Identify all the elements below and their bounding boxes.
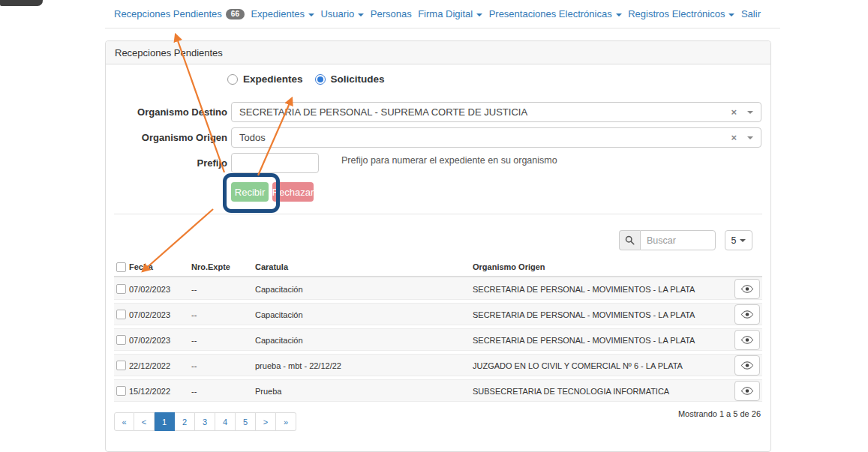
cell-fecha: 15/12/2022 [129,387,170,396]
nav-item-label: Expedientes [251,8,305,19]
type-radio-group: Expedientes Solicitudes [227,73,385,85]
cell-caratula: Capacitación [255,310,303,319]
panel-header: Recepciones Pendientes [106,41,770,64]
cell-nro-expte: -- [191,285,197,294]
header-caratula: Caratula [255,262,288,271]
cell-organismo-origen: SECRETARIA DE PERSONAL - MOVIMIENTOS - L… [473,336,695,345]
nav-item-firma-digital[interactable]: Firma Digital [418,8,482,19]
eye-icon [741,285,753,293]
chevron-down-icon [747,136,753,139]
page-2-button[interactable]: 2 [175,412,195,431]
panel-body: Expedientes Solicitudes Organismo Destin… [106,64,770,452]
recepciones-panel: Recepciones Pendientes Expedientes Solic… [105,40,771,452]
chevron-down-icon [308,13,314,16]
clear-icon[interactable]: × [731,133,737,142]
nav-item-usuario[interactable]: Usuario [320,8,364,19]
nav-item-expedientes[interactable]: Expedientes [251,8,314,19]
nav-item-label: Registros Electrónicos [628,8,725,19]
cell-nro-expte: -- [191,310,197,319]
page-3-button[interactable]: 3 [195,412,215,431]
nav-item-salir[interactable]: Salir [741,8,761,19]
cell-nro-expte: -- [191,387,197,396]
destino-select[interactable]: SECRETARIA DE PERSONAL - SUPREMA CORTE D… [231,102,761,122]
cell-fecha: 07/02/2023 [129,336,170,345]
row-checkbox[interactable] [116,310,126,319]
browser-tab-fragment [0,0,43,6]
page-first-button[interactable]: « [114,412,134,431]
chevron-down-icon [358,13,364,16]
cell-caratula: Prueba [255,387,281,396]
row-checkbox[interactable] [116,335,126,345]
chevron-down-icon [740,239,746,242]
radio-option-solicitudes[interactable]: Solicitudes [315,73,385,85]
page-prev-button[interactable]: < [134,412,155,431]
search-group [619,230,716,250]
radio-label: Solicitudes [331,73,385,85]
cell-organismo-origen: SECRETARIA DE PERSONAL - MOVIMIENTOS - L… [473,310,695,319]
radio-unchecked-icon[interactable] [227,74,238,85]
view-button[interactable] [734,304,760,325]
nav-item-registros-electronicos[interactable]: Registros Electrónicos [628,8,734,19]
row-checkbox[interactable] [116,361,126,370]
table-row: 22/12/2022 -- prueba - mbt - 22/12/22 JU… [114,354,762,376]
page-4-button[interactable]: 4 [215,412,236,431]
header-nro-expte: Nro.Expte [191,262,230,271]
header-fecha: Fecha [129,262,153,271]
prefijo-label: Prefijo [106,157,227,169]
view-button[interactable] [734,381,760,401]
search-input[interactable] [640,230,716,250]
page-5-button[interactable]: 5 [236,412,256,431]
destino-value: SECRETARIA DE PERSONAL - SUPREMA CORTE D… [239,106,527,118]
origen-label: Organismo Origen [106,132,227,143]
page-next-button[interactable]: > [256,412,276,431]
radio-checked-icon[interactable] [315,74,326,85]
radio-option-expedientes[interactable]: Expedientes [227,73,303,85]
page-size-button[interactable]: 5 [725,230,752,250]
nav-item-label: Presentaciones Electrónicas [489,8,612,19]
pagination-summary: Mostrando 1 a 5 de 26 [678,409,761,418]
chevron-down-icon [616,13,622,16]
view-button[interactable] [734,279,760,299]
chevron-down-icon [476,13,482,16]
cell-fecha: 22/12/2022 [129,361,170,370]
view-button[interactable] [734,355,760,376]
radio-label: Expedientes [243,73,303,85]
chevron-down-icon [728,13,734,16]
cell-caratula: Capacitación [255,285,303,294]
cell-nro-expte: -- [191,336,197,345]
search-addon [619,230,640,250]
origen-value: Todos [239,132,266,143]
view-button[interactable] [734,330,760,350]
nav-item-label: Salir [741,8,761,19]
select-all-checkbox[interactable] [116,262,126,272]
nav-item-label: Usuario [320,8,354,19]
recibir-button[interactable]: Recibir [231,182,269,202]
cell-organismo-origen: JUZGADO EN LO CIVIL Y COMERCIAL Nº 6 - L… [473,361,683,370]
cell-fecha: 07/02/2023 [129,285,170,294]
section-divider [114,214,762,214]
prefijo-help-text: Prefijo para numerar el expediente en su… [341,155,557,166]
eye-icon [741,361,753,370]
row-checkbox[interactable] [116,386,126,396]
row-checkbox[interactable] [116,284,126,294]
search-icon [625,235,635,245]
nav-item-personas[interactable]: Personas [371,8,412,19]
nav-item-recepciones-pendientes[interactable]: Recepciones Pendientes 66 [114,8,245,19]
cell-nro-expte: -- [191,361,197,370]
top-navigation: Recepciones Pendientes 66 Expedientes Us… [105,0,780,28]
page-1-button[interactable]: 1 [155,412,175,431]
destino-label: Organismo Destino [106,106,227,118]
app-window: Recepciones Pendientes 66 Expedientes Us… [0,0,868,452]
prefijo-input[interactable] [231,153,319,173]
table-row: 07/02/2023 -- Capacitación SECRETARIA DE… [114,277,762,300]
page-last-button[interactable]: » [276,412,296,431]
nav-item-presentaciones-electronicas[interactable]: Presentaciones Electrónicas [489,8,622,19]
chevron-down-icon [747,111,753,114]
page-size-value: 5 [731,235,737,246]
clear-icon[interactable]: × [731,107,737,117]
nav-item-label: Firma Digital [418,8,473,19]
cell-fecha: 07/02/2023 [129,310,170,319]
rechazar-button[interactable]: Rechazar [272,182,314,202]
origen-select[interactable]: Todos × [231,127,761,148]
eye-icon [741,310,753,319]
